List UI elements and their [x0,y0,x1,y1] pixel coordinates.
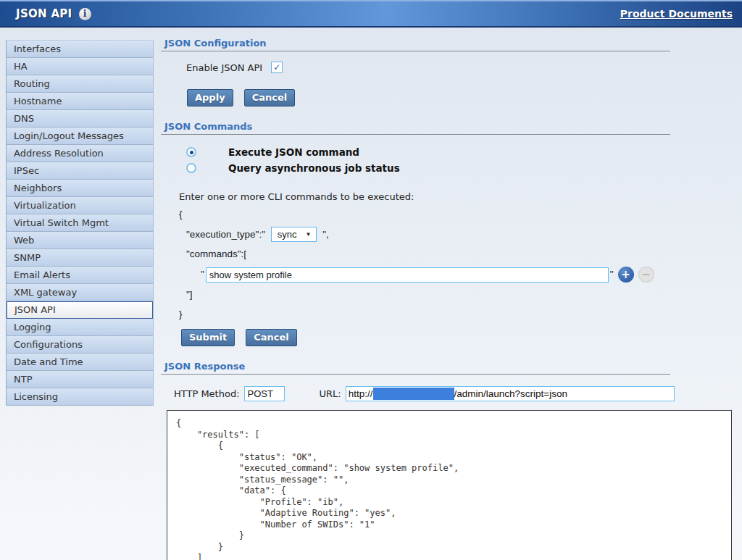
page: JSON API i Product Documents Interfaces … [0,0,742,560]
http-method-row: HTTP Method: URL: http:// /admin/launch?… [174,386,735,401]
sidebar-item-routing[interactable]: Routing [7,75,153,93]
commands-buttons-row: Submit Cancel [181,329,735,346]
submit-button[interactable]: Submit [181,329,235,346]
main-content: JSON Configuration Enable JSON API ✓ App… [161,33,735,560]
sidebar-item-login-logout-messages[interactable]: Login/Logout Messages [7,128,153,145]
sidebar-item-logging[interactable]: Logging [7,319,153,336]
remove-command-button[interactable]: − [638,267,654,283]
product-documents-link[interactable]: Product Documents [620,8,733,20]
http-method-input[interactable] [244,386,285,401]
query-async-job-status-radio[interactable] [186,163,196,173]
execution-type-row: "execution_type":" sync ▼ ", [186,227,735,242]
command-open-quote: " [201,267,204,282]
url-suffix: /admin/launch?script=json [454,388,567,399]
commands-cancel-button[interactable]: Cancel [246,329,297,346]
execute-command-radio-row: Execute JSON command [186,146,735,158]
sidebar-item-hostname[interactable]: Hostname [7,93,153,110]
sidebar-item-ntp[interactable]: NTP [7,371,153,388]
sidebar-item-xml-gateway[interactable]: XML gateway [7,284,153,301]
info-icon[interactable]: i [79,8,91,20]
cli-command-input[interactable] [206,267,609,283]
sidebar-item-json-api[interactable]: JSON API [7,301,153,319]
sidebar-nav: Interfaces HA Routing Hostname DNS Login… [6,40,154,406]
json-configuration-title: JSON Configuration [161,33,735,51]
execution-type-value: sync [278,227,297,242]
sidebar-item-dns[interactable]: DNS [7,110,153,128]
brace-close: } [179,307,735,322]
sidebar-item-email-alerts[interactable]: Email Alerts [7,267,153,284]
query-job-status-radio-row: Query asynchronous job status [186,162,735,174]
cli-commands-prompt: Enter one or more CLI commands to be exe… [179,191,735,202]
execution-type-suffix: ", [322,229,329,240]
execution-type-prefix: "execution_type":" [186,229,265,240]
command-input-row: " " + − [201,267,735,283]
execute-json-command-label: Execute JSON command [228,146,359,158]
sidebar-item-licensing[interactable]: Licensing [7,388,153,406]
url-prefix: http:// [349,388,373,399]
sidebar-item-date-and-time[interactable]: Date and Time [7,354,153,371]
sidebar-item-interfaces[interactable]: Interfaces [7,41,153,58]
query-async-job-status-label: Query asynchronous job status [228,162,400,174]
json-command-builder: { "execution_type":" sync ▼ ", "commands… [161,207,735,322]
sidebar-item-neighbors[interactable]: Neighbors [7,180,153,197]
json-response-output[interactable]: { "results": [ { "status": "OK", "execut… [167,410,732,560]
config-cancel-button[interactable]: Cancel [244,89,296,106]
http-method-label: HTTP Method: [174,388,240,399]
section-divider [161,374,670,375]
title-bar: JSON API i Product Documents [0,0,742,28]
apply-button[interactable]: Apply [187,89,233,106]
redacted-hostname [373,388,454,400]
sidebar-item-snmp[interactable]: SNMP [7,249,153,267]
config-buttons-row: Apply Cancel [187,89,735,106]
execution-type-select[interactable]: sync ▼ [271,227,317,242]
sidebar-item-configurations[interactable]: Configurations [7,336,153,354]
sidebar-item-virtual-switch-mgmt[interactable]: Virtual Switch Mgmt [7,214,153,232]
json-response-title: JSON Response [161,356,735,374]
commands-array-close: "] [186,288,735,302]
url-input[interactable]: http:// /admin/launch?script=json [346,386,675,401]
url-label: URL: [320,388,341,399]
execute-json-command-radio[interactable] [186,147,196,157]
section-divider [161,51,670,51]
commands-array-open: "commands":[ [186,247,735,262]
enable-json-api-label: Enable JSON API [186,62,262,73]
enable-json-api-checkbox[interactable]: ✓ [271,62,283,73]
page-title: JSON API [16,7,72,20]
json-commands-title: JSON Commands [161,117,735,134]
sidebar-item-ha[interactable]: HA [7,58,153,75]
sidebar-item-web[interactable]: Web [7,232,153,249]
sidebar-item-virtualization[interactable]: Virtualization [7,197,153,214]
sidebar-item-address-resolution[interactable]: Address Resolution [7,145,153,162]
chevron-down-icon: ▼ [305,227,311,242]
sidebar-item-ipsec[interactable]: IPSec [7,162,153,180]
section-divider [161,134,670,135]
add-command-button[interactable]: + [618,267,634,283]
brace-open: { [179,207,735,222]
command-close-quote: " [610,267,614,282]
enable-json-api-row: Enable JSON API ✓ [186,62,735,73]
